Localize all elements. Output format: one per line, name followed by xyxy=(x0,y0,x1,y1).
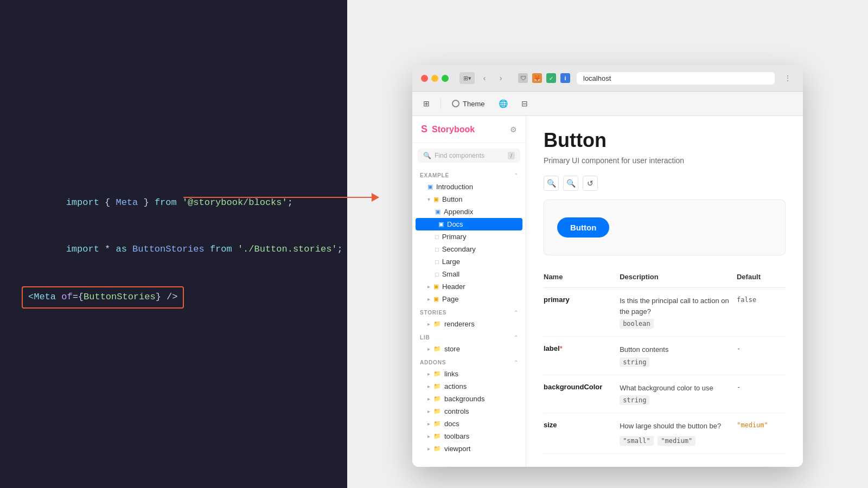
sidebar-item-docs[interactable]: ▣ Docs xyxy=(416,218,522,230)
folder-collapse-icon-7: ▸ xyxy=(427,421,430,427)
search-icon: 🔍 xyxy=(423,152,431,159)
sidebar-label-store: store xyxy=(444,345,460,353)
sidebar-item-toolbars[interactable]: ▸ 📁 toolbars xyxy=(412,430,526,442)
sidebar-label-primary: Primary xyxy=(442,233,467,241)
close-traffic-light[interactable] xyxy=(421,75,428,82)
globe-button[interactable]: 🌐 xyxy=(495,96,510,111)
settings-gear-icon[interactable]: ⚙ xyxy=(510,125,517,134)
lib-section-header: LIB ⌃ xyxy=(412,330,526,343)
square-icon-2: □ xyxy=(435,246,439,253)
sidebar-item-renderers[interactable]: ▸ 📁 renderers xyxy=(412,318,526,330)
folder-icon-3: 📁 xyxy=(433,370,441,377)
theme-button[interactable]: Theme xyxy=(448,98,489,110)
browser-chrome: ⊞▾ ‹ › 🛡 🦊 ✓ i localhost ⋮ xyxy=(412,65,803,92)
folder-collapse-icon-6: ▸ xyxy=(427,408,430,414)
folder-collapse-icon-9: ▸ xyxy=(427,446,430,452)
lib-section-label: LIB xyxy=(420,335,430,341)
folder-collapse-icon: ▸ xyxy=(427,321,430,327)
component-icon: ▣ xyxy=(433,196,439,203)
sidebar-item-actions[interactable]: ▸ 📁 actions xyxy=(412,380,526,393)
sidebar-item-primary[interactable]: □ Primary xyxy=(412,230,526,243)
sidebar-label-appendix: Appendix xyxy=(444,208,473,216)
sidebar-item-controls[interactable]: ▸ 📁 controls xyxy=(412,405,526,418)
sidebar-item-viewport[interactable]: ▸ 📁 viewport xyxy=(412,442,526,455)
info-ext-icon[interactable]: i xyxy=(560,73,570,83)
collapse-right-icon-2: ▸ xyxy=(427,296,430,302)
prop-name-primary: primary xyxy=(544,296,620,304)
component-preview: Button xyxy=(544,200,786,255)
search-shortcut: / xyxy=(508,152,515,159)
prop-type-size-medium: "medium" xyxy=(658,436,695,446)
more-options-button[interactable]: ⋮ xyxy=(781,72,794,85)
table-row: backgroundColor What background color to… xyxy=(544,375,786,413)
sidebar-label-secondary: Secondary xyxy=(442,245,476,253)
sidebar-item-store[interactable]: ▸ 📁 store xyxy=(412,343,526,355)
sidebar-item-backgrounds[interactable]: ▸ 📁 backgrounds xyxy=(412,393,526,405)
stories-collapse-icon[interactable]: ⌃ xyxy=(514,310,518,316)
sidebar-label-small: Small xyxy=(442,270,460,278)
sidebar-item-appendix[interactable]: ▣ Appendix xyxy=(412,206,526,218)
sidebar-item-large[interactable]: □ Large xyxy=(412,255,526,268)
main-content-area: Button Primary UI component for user int… xyxy=(526,116,803,467)
sidebar-item-links[interactable]: ▸ 📁 links xyxy=(412,368,526,380)
props-table: Name Description Default primary Is this… xyxy=(544,268,786,454)
folder-collapse-icon-3: ▸ xyxy=(427,371,430,377)
grid-button[interactable]: ⊟ xyxy=(517,96,532,111)
metamask-ext-icon[interactable]: 🦊 xyxy=(532,73,542,83)
zoom-in-button[interactable]: 🔍 xyxy=(544,176,559,191)
table-row: primary Is this the principal call to ac… xyxy=(544,288,786,337)
storybook-sidebar: S Storybook ⚙ 🔍 Find components / EXAMPL… xyxy=(412,116,526,467)
square-icon-3: □ xyxy=(435,259,439,265)
zoom-reset-button[interactable]: ↺ xyxy=(583,176,598,191)
sidebar-label-controls: controls xyxy=(444,407,469,415)
prop-desc-size: How large should the button be? xyxy=(620,421,737,432)
component-icon-3: ▣ xyxy=(433,296,439,303)
folder-icon-6: 📁 xyxy=(433,408,441,415)
addons-section-header: ADDONS ⌃ xyxy=(412,355,526,368)
sidebar-item-docs-addons[interactable]: ▸ 📁 docs xyxy=(412,418,526,430)
page-subtitle: Primary UI component for user interactio… xyxy=(544,156,786,165)
addons-collapse-icon[interactable]: ⌃ xyxy=(514,359,518,365)
sidebar-item-header[interactable]: ▸ ▣ Header xyxy=(412,280,526,293)
sidebar-item-introduction[interactable]: ▣ Introduction xyxy=(412,181,526,193)
extension-icons: 🛡 🦊 ✓ i xyxy=(518,73,570,83)
address-bar[interactable]: localhost xyxy=(577,72,775,85)
tab-switcher-button[interactable]: ⊞▾ xyxy=(459,72,475,84)
maximize-traffic-light[interactable] xyxy=(442,75,449,82)
table-row: label* Button contents string - xyxy=(544,337,786,375)
checkmark-ext-icon[interactable]: ✓ xyxy=(546,73,556,83)
book-icon: ▣ xyxy=(427,183,433,190)
lib-collapse-icon[interactable]: ⌃ xyxy=(514,335,518,341)
component-icon-2: ▣ xyxy=(433,283,439,290)
shield-ext-icon[interactable]: 🛡 xyxy=(518,73,528,83)
search-bar[interactable]: 🔍 Find components / xyxy=(418,149,520,163)
sidebar-item-page[interactable]: ▸ ▣ Page xyxy=(412,293,526,305)
sidebar-item-small[interactable]: □ Small xyxy=(412,268,526,280)
folder-collapse-icon-5: ▸ xyxy=(427,396,430,402)
address-text: localhost xyxy=(583,74,611,82)
sidebar-header: S Storybook ⚙ xyxy=(412,116,526,143)
theme-radio-icon xyxy=(452,100,459,107)
prop-type-label: string xyxy=(620,357,649,367)
sidebar-label-docs-addons: docs xyxy=(444,420,459,428)
sidebar-item-button[interactable]: ▾ ▣ Button xyxy=(412,193,526,206)
folder-icon: 📁 xyxy=(433,320,441,328)
minimize-traffic-light[interactable] xyxy=(431,75,438,82)
storybook-logo: S Storybook xyxy=(421,124,475,135)
example-collapse-icon[interactable]: ⌃ xyxy=(514,172,518,178)
sidebar-item-secondary[interactable]: □ Secondary xyxy=(412,243,526,255)
sidebar-label-docs: Docs xyxy=(447,220,463,228)
zoom-out-button[interactable]: 🔍 xyxy=(563,176,578,191)
component-view-button[interactable]: ⊞ xyxy=(419,96,434,111)
browser-toolbar: ⊞ Theme 🌐 ⊟ xyxy=(412,92,803,116)
preview-button[interactable]: Button xyxy=(557,217,609,237)
folder-collapse-icon-2: ▸ xyxy=(427,346,430,352)
collapse-triangle-icon: ▾ xyxy=(427,196,430,202)
storybook-logo-icon: S xyxy=(421,124,427,135)
sidebar-label-header: Header xyxy=(442,282,465,291)
forward-button[interactable]: › xyxy=(494,72,507,85)
back-button[interactable]: ‹ xyxy=(478,72,491,85)
folder-icon-7: 📁 xyxy=(433,420,441,427)
browser-panel: ⊞▾ ‹ › 🛡 🦊 ✓ i localhost ⋮ ⊞ Theme xyxy=(347,0,868,488)
book-icon: ▣ xyxy=(435,208,441,215)
